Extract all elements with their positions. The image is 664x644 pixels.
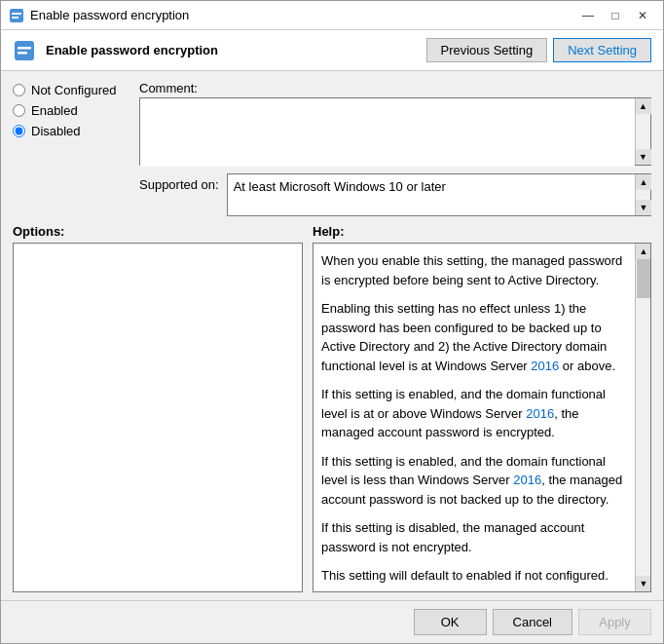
close-button[interactable]: ✕	[630, 6, 655, 25]
svg-rect-0	[10, 9, 23, 22]
svg-rect-4	[18, 47, 31, 50]
sections-row: Options: Help:	[13, 224, 651, 239]
link-2016-3[interactable]: 2016	[513, 473, 541, 487]
help-para-3: If this setting is enabled, and the doma…	[321, 385, 627, 442]
supported-value: At least Microsoft Windows 10 or later	[228, 174, 635, 215]
header-buttons: Previous Setting Next Setting	[426, 38, 652, 62]
window-controls: — □ ✕	[575, 6, 655, 25]
help-para-5: If this setting is disabled, the managed…	[321, 518, 627, 556]
help-panel: When you enable this setting, the manage…	[313, 243, 651, 592]
svg-rect-2	[12, 17, 18, 19]
footer: OK Cancel Apply	[1, 600, 663, 643]
radio-panel: Not Configured Enabled Disabled	[13, 81, 129, 216]
svg-rect-5	[18, 52, 27, 55]
help-para-4: If this setting is enabled, and the doma…	[321, 452, 627, 510]
help-section-label: Help:	[313, 224, 345, 239]
content-area: Not Configured Enabled Disabled Comment:	[1, 71, 663, 600]
comment-scroll-up[interactable]: ▲	[636, 98, 651, 114]
comment-label: Comment:	[139, 81, 651, 95]
maximize-button[interactable]: □	[603, 6, 628, 25]
comment-box-container: ▲ ▼	[139, 97, 651, 166]
header-title: Enable password encryption	[46, 43, 417, 57]
apply-button: Apply	[578, 609, 651, 635]
help-para-1: When you enable this setting, the manage…	[321, 251, 627, 289]
title-bar: Enable password encryption — □ ✕	[1, 1, 663, 30]
supported-row: Supported on: At least Microsoft Windows…	[139, 173, 651, 216]
link-2016-1[interactable]: 2016	[531, 359, 559, 373]
help-para-6: This setting will default to enabled if …	[321, 566, 627, 586]
top-section: Not Configured Enabled Disabled Comment:	[13, 81, 651, 216]
comment-scrollbar: ▲ ▼	[635, 98, 650, 165]
header-icon	[13, 39, 36, 62]
enabled-radio[interactable]	[13, 104, 25, 117]
not-configured-label: Not Configured	[31, 83, 116, 97]
comment-textarea[interactable]	[140, 98, 635, 167]
help-text-area: When you enable this setting, the manage…	[314, 244, 635, 591]
bottom-panels: When you enable this setting, the manage…	[13, 243, 651, 592]
help-scrollbar: ▲ ▼	[635, 244, 650, 591]
disabled-radio[interactable]	[13, 125, 25, 137]
cancel-button[interactable]: Cancel	[493, 609, 572, 635]
options-section-label: Options:	[13, 224, 303, 239]
comment-field: Comment: ▲ ▼	[139, 81, 651, 166]
help-scroll-thumb[interactable]	[637, 259, 650, 298]
disabled-radio-label[interactable]: Disabled	[13, 124, 129, 138]
ok-button[interactable]: OK	[414, 609, 487, 635]
enabled-radio-label[interactable]: Enabled	[13, 103, 129, 118]
window-title: Enable password encryption	[30, 8, 570, 22]
comment-scroll-down[interactable]: ▼	[636, 149, 651, 165]
supported-scroll-down[interactable]: ▼	[636, 200, 651, 215]
not-configured-radio-label[interactable]: Not Configured	[13, 83, 129, 97]
next-setting-button[interactable]: Next Setting	[553, 38, 651, 62]
options-panel	[13, 243, 303, 592]
header: Enable password encryption Previous Sett…	[1, 30, 663, 71]
supported-scrollbar: ▲ ▼	[635, 174, 650, 215]
main-window: Enable password encryption — □ ✕ Enable …	[0, 0, 664, 644]
svg-rect-1	[12, 13, 21, 15]
disabled-label: Disabled	[31, 124, 81, 138]
supported-value-box: At least Microsoft Windows 10 or later ▲…	[227, 173, 651, 216]
help-scroll-track	[636, 259, 650, 576]
help-scroll-up[interactable]: ▲	[636, 244, 651, 259]
supported-label: Supported on:	[139, 173, 219, 192]
enabled-label: Enabled	[31, 103, 78, 118]
previous-setting-button[interactable]: Previous Setting	[426, 38, 548, 62]
help-scroll-down[interactable]: ▼	[636, 576, 651, 591]
supported-scroll-up[interactable]: ▲	[636, 174, 651, 190]
radio-group: Not Configured Enabled Disabled	[13, 83, 129, 138]
right-panel: Comment: ▲ ▼ Supported on: At least Micr…	[139, 81, 651, 216]
help-para-2: Enabling this setting has no effect unle…	[321, 299, 627, 375]
svg-rect-3	[15, 41, 34, 60]
not-configured-radio[interactable]	[13, 84, 25, 96]
title-icon	[9, 8, 24, 23]
link-2016-2[interactable]: 2016	[526, 406, 554, 421]
minimize-button[interactable]: —	[575, 6, 601, 25]
